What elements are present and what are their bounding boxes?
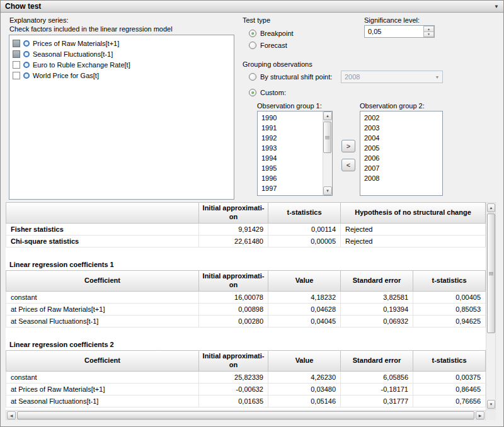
row-name: at Prices of Raw Materials[t+1] xyxy=(6,384,199,396)
radio-icon[interactable] xyxy=(249,73,256,81)
list-item[interactable]: 2002 xyxy=(360,113,442,123)
cell-std: 0,31777 xyxy=(341,396,413,407)
series-icon xyxy=(23,40,30,47)
cell-std: 6,05856 xyxy=(341,372,413,384)
list-item[interactable]: 1994 xyxy=(258,153,332,163)
vertical-scrollbar[interactable]: ▲ ▼ xyxy=(486,202,496,410)
move-right-button[interactable]: > xyxy=(341,140,355,152)
radio-icon[interactable] xyxy=(249,30,256,37)
row-name: Fisher statistics xyxy=(6,224,199,236)
spin-down-button[interactable]: ▼ xyxy=(423,32,434,38)
list-item[interactable]: 1997 xyxy=(258,183,332,193)
horizontal-scrollbar[interactable]: ◀ ▶ xyxy=(6,410,486,420)
cell-value: 0,04045 xyxy=(268,316,341,327)
factor-item[interactable]: Seasonal Fluctuations[t-1] xyxy=(9,48,234,59)
column-header-value: Value xyxy=(268,270,341,292)
factor-checkbox[interactable] xyxy=(13,40,20,47)
factor-label: World Price for Gas[t] xyxy=(33,72,99,79)
cell-t: 0,94625 xyxy=(413,316,486,327)
series-icon xyxy=(23,51,30,57)
factor-checkbox[interactable] xyxy=(13,50,20,58)
dropdown-value: 2008 xyxy=(345,73,360,81)
column-header-t: t-statistics xyxy=(413,350,486,372)
cell-initial: 9,91429 xyxy=(199,224,268,236)
list-item[interactable]: 2007 xyxy=(360,163,442,173)
cell-t: 0,86465 xyxy=(413,384,486,396)
factor-list[interactable]: Prices of Raw Materials[t+1] Seasonal Fl… xyxy=(9,35,234,200)
scroll-down-button[interactable]: ▼ xyxy=(487,400,495,409)
panel-header[interactable]: Chow test ▼ xyxy=(1,1,503,13)
scroll-right-button[interactable]: ▶ xyxy=(476,411,484,419)
spinner-buttons: ▲ ▼ xyxy=(423,26,434,37)
row-name: constant xyxy=(6,292,199,304)
significance-spinner[interactable]: ▲ ▼ xyxy=(364,25,435,38)
explanatory-series-label: Explanatory series: xyxy=(9,16,69,24)
grip-icon xyxy=(489,272,493,275)
list-item[interactable]: 1990 xyxy=(258,113,332,123)
cell-hypothesis: Rejected xyxy=(341,224,486,236)
scroll-thumb[interactable] xyxy=(17,411,474,419)
scroll-thumb[interactable] xyxy=(323,122,331,153)
scrollbar-corner xyxy=(486,410,496,420)
list-item[interactable]: 2003 xyxy=(360,123,442,133)
series-icon xyxy=(23,62,30,68)
list-item[interactable]: 2008 xyxy=(360,173,442,183)
list-item[interactable]: 1992 xyxy=(258,133,332,143)
radio-label: Breakpoint xyxy=(260,30,294,37)
factor-item[interactable]: Euro to Ruble Exchange Rate[t] xyxy=(9,59,234,70)
cell-t: 0,00375 xyxy=(413,372,486,384)
factor-checkbox[interactable] xyxy=(13,72,20,79)
column-header-t: t-statistics xyxy=(413,270,486,292)
factor-item[interactable]: Prices of Raw Materials[t+1] xyxy=(9,38,234,48)
radio-icon[interactable] xyxy=(249,89,256,96)
shift-point-dropdown[interactable]: 2008 ▼ xyxy=(341,71,443,83)
test-type-label: Test type xyxy=(243,16,270,24)
radio-forecast[interactable]: Forecast xyxy=(249,41,287,50)
column-header-coefficient: Coefficient xyxy=(6,350,199,372)
scroll-left-button[interactable]: ◀ xyxy=(7,411,16,419)
list-item[interactable]: 2005 xyxy=(360,143,442,153)
list-item[interactable]: 2006 xyxy=(360,153,442,163)
scroll-up-button[interactable]: ▲ xyxy=(323,111,332,120)
row-name: at Seasonal Fluctuations[t-1] xyxy=(6,316,199,327)
cell-value: 4,18232 xyxy=(268,292,341,304)
column-header-initial: Initial approximati- on xyxy=(199,270,268,292)
cell-value: 0,03480 xyxy=(268,384,341,396)
radio-breakpoint[interactable]: Breakpoint xyxy=(249,29,294,38)
factors-hint-label: Check factors included in the linear reg… xyxy=(9,25,173,33)
spin-up-button[interactable]: ▲ xyxy=(423,26,434,32)
group1-scrollbar[interactable]: ▲ ▼ xyxy=(323,111,332,195)
list-item[interactable]: 1995 xyxy=(258,163,332,173)
collapse-icon[interactable]: ▼ xyxy=(494,4,499,9)
column-header-coefficient: Coefficient xyxy=(6,270,199,292)
radio-custom[interactable]: Custom: xyxy=(249,88,286,97)
chevron-down-icon[interactable]: ▼ xyxy=(432,75,442,79)
factor-item[interactable]: World Price for Gas[t] xyxy=(9,70,234,81)
group1-list[interactable]: 1990 1991 1992 1993 1994 1995 1996 1997 … xyxy=(257,111,333,196)
scroll-thumb[interactable] xyxy=(487,214,495,333)
factor-checkbox[interactable] xyxy=(13,61,20,69)
cell-t: 0,00114 xyxy=(268,224,341,236)
column-header-hypothesis: Hypothesis of no structural change xyxy=(341,202,486,224)
list-item[interactable]: 2004 xyxy=(360,133,442,143)
radio-shift-point[interactable]: By structural shift point: xyxy=(249,72,332,81)
table-row: constant 16,00078 4,18232 3,82581 0,0040… xyxy=(6,292,486,304)
significance-input[interactable] xyxy=(365,26,423,37)
list-item[interactable]: 1991 xyxy=(258,123,332,133)
factor-label: Seasonal Fluctuations[t-1] xyxy=(33,50,113,58)
radio-icon[interactable] xyxy=(249,42,256,49)
cell-std: 0,19394 xyxy=(341,304,413,316)
scroll-down-button[interactable]: ▼ xyxy=(323,186,332,195)
list-item[interactable]: 1996 xyxy=(258,173,332,183)
scroll-up-button[interactable]: ▲ xyxy=(487,203,495,212)
move-left-button[interactable]: < xyxy=(341,159,355,171)
cell-std: 0,06932 xyxy=(341,316,413,327)
group2-list[interactable]: 2002 2003 2004 2005 2006 2007 2008 xyxy=(360,111,443,196)
column-header-value: Value xyxy=(268,350,341,372)
table-row: at Seasonal Fluctuations[t-1] 0,01635 0,… xyxy=(6,396,486,407)
cell-value: 0,04628 xyxy=(268,304,341,316)
results-grid[interactable]: Initial approximati- on t-statistics Hyp… xyxy=(6,202,486,410)
column-header-initial: Initial approximati- on xyxy=(199,350,268,372)
list-item[interactable]: 1993 xyxy=(258,143,332,153)
cell-t: 0,76656 xyxy=(413,396,486,407)
